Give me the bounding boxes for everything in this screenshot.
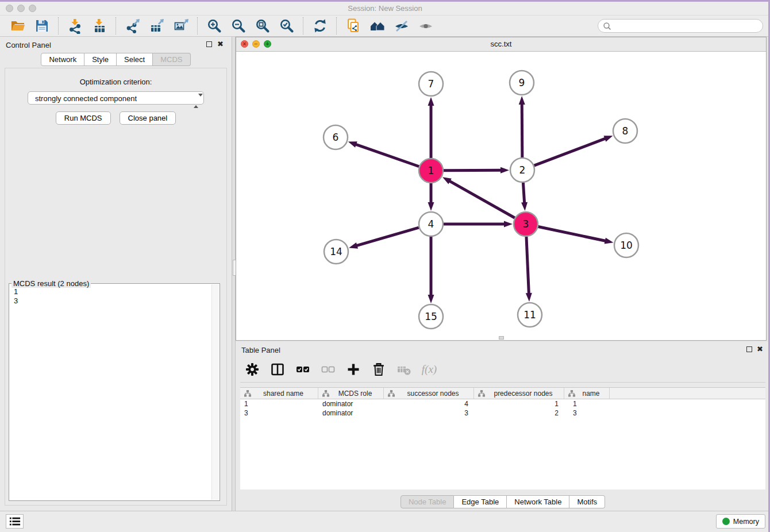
edge-arrowhead — [349, 242, 358, 249]
graph-edge-2-9[interactable] — [522, 103, 522, 157]
zoom-fit-icon — [255, 18, 270, 33]
zoom-fit-button[interactable] — [254, 18, 271, 34]
edge-arrowhead — [526, 293, 532, 302]
zoom-out-button[interactable] — [230, 18, 247, 34]
table-row[interactable]: 3dominator323 — [240, 408, 765, 418]
memory-status-icon — [722, 518, 730, 525]
export-network-button[interactable] — [124, 18, 141, 34]
table-cell[interactable]: 3 — [384, 408, 474, 418]
zoom-selected-button[interactable] — [278, 18, 295, 34]
tab-network[interactable]: Network — [41, 53, 84, 66]
clone-network-icon — [346, 18, 361, 33]
column-type-icon — [322, 390, 329, 397]
column-header-name[interactable]: name — [564, 388, 610, 399]
table-body: 1dominator4113dominator323 — [240, 399, 765, 418]
toolbar-separator — [336, 17, 337, 34]
window-titlebar: Session: New Session — [0, 2, 770, 16]
graph-edge-4-14[interactable] — [356, 228, 419, 246]
tab-mcds[interactable]: MCDS — [153, 53, 190, 66]
show-hidden-button[interactable] — [417, 18, 434, 34]
float-table-panel-icon[interactable] — [746, 346, 752, 352]
save-session-button[interactable] — [33, 18, 51, 34]
import-table-button[interactable] — [91, 18, 108, 34]
graph-edge-3-10[interactable] — [538, 227, 607, 241]
column-type-icon — [388, 390, 395, 397]
node-label-15: 15 — [425, 311, 437, 322]
graph-edge-3-1[interactable] — [448, 180, 514, 218]
table-row[interactable]: 1dominator411 — [240, 399, 765, 408]
memory-button[interactable]: Memory — [716, 514, 765, 529]
graph-edge-3-11[interactable] — [526, 237, 529, 295]
control-panel-header: Control Panel ✖ — [0, 37, 232, 53]
clone-network-button[interactable] — [345, 18, 362, 34]
save-floppy-icon — [34, 18, 49, 33]
search-input[interactable] — [614, 21, 758, 30]
select-all-button[interactable] — [294, 361, 311, 378]
fx-icon: f(x) — [422, 363, 437, 376]
table-tab-node-table[interactable]: Node Table — [401, 495, 455, 508]
table-cell[interactable]: 3 — [564, 408, 610, 418]
table-cell[interactable]: dominator — [318, 399, 384, 408]
open-file-button[interactable] — [9, 18, 26, 34]
import-network-button[interactable] — [67, 18, 84, 34]
close-panel-icon[interactable]: ✖ — [217, 40, 224, 48]
tab-select[interactable]: Select — [117, 53, 153, 66]
column-header-MCDS-role[interactable]: MCDS role — [318, 388, 384, 399]
toolbar-separator — [116, 17, 117, 34]
function-builder-button[interactable]: f(x) — [421, 361, 438, 378]
criterion-select[interactable]: strongly connected component — [28, 91, 204, 105]
zoom-in-button[interactable] — [206, 18, 223, 34]
column-label: name — [578, 390, 609, 398]
network-canvas[interactable]: 1234678910111415 — [236, 51, 766, 340]
export-image-icon — [174, 18, 188, 33]
table-cell[interactable]: 1 — [240, 399, 318, 408]
graph-edge-1-2[interactable] — [444, 170, 502, 171]
export-image-button[interactable] — [172, 18, 190, 34]
result-value: 3 — [14, 296, 215, 306]
close-table-panel-icon[interactable]: ✖ — [757, 345, 763, 353]
refresh-button[interactable] — [311, 18, 329, 34]
edge-arrowhead — [500, 167, 509, 174]
table-cell[interactable]: 1 — [474, 399, 564, 408]
eye-icon — [418, 18, 433, 33]
graph-edge-1-6[interactable] — [355, 144, 419, 167]
result-value: 1 — [14, 287, 215, 296]
unselect-all-button[interactable] — [319, 361, 337, 378]
graph-edge-2-8[interactable] — [534, 138, 607, 165]
plus-icon — [346, 362, 361, 377]
node-label-9: 9 — [519, 77, 525, 88]
task-history-button[interactable] — [6, 514, 24, 529]
network-scroll-thumb[interactable] — [499, 336, 504, 340]
table-settings-button[interactable] — [244, 361, 261, 378]
delete-table-button[interactable] — [395, 361, 413, 378]
table-cell[interactable]: 1 — [564, 399, 610, 408]
task-list-icon — [9, 516, 21, 527]
delete-column-button[interactable] — [370, 361, 387, 378]
show-all-networks-button[interactable] — [369, 18, 386, 34]
graph-edge-2-3[interactable] — [523, 183, 524, 204]
result-scrollbar[interactable] — [211, 284, 219, 500]
run-mcds-button[interactable]: Run MCDS — [56, 111, 111, 125]
table-cell[interactable]: 3 — [240, 408, 318, 418]
window-title: Session: New Session — [0, 4, 770, 13]
panel-divider[interactable] — [232, 37, 236, 511]
export-table-button[interactable] — [148, 18, 165, 34]
column-header-predecessor-nodes[interactable]: predecessor nodes — [474, 388, 564, 399]
column-header-shared-name[interactable]: shared name — [240, 388, 318, 399]
show-columns-button[interactable] — [269, 361, 286, 378]
column-header-successor-nodes[interactable]: successor nodes — [384, 388, 474, 399]
table-cell[interactable]: 4 — [384, 399, 474, 408]
table-tab-network-table[interactable]: Network Table — [507, 495, 569, 508]
table-cell[interactable]: 2 — [474, 408, 564, 418]
add-column-button[interactable] — [345, 361, 362, 378]
close-panel-button[interactable]: Close panel — [120, 111, 176, 125]
table-tab-edge-table[interactable]: Edge Table — [454, 495, 507, 508]
status-bar: Memory — [0, 511, 770, 532]
export-table-icon — [149, 18, 164, 33]
table-tab-motifs[interactable]: Motifs — [569, 495, 605, 508]
float-panel-icon[interactable] — [206, 41, 212, 47]
tab-style[interactable]: Style — [84, 53, 117, 66]
node-label-6: 6 — [333, 132, 339, 143]
table-cell[interactable]: dominator — [318, 408, 384, 418]
hide-selected-button[interactable] — [393, 18, 410, 34]
